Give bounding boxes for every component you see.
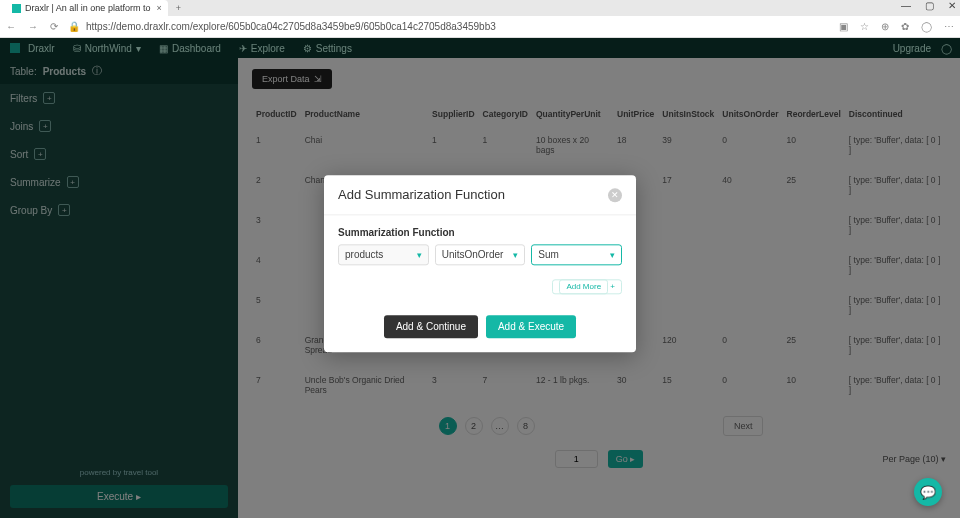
add-continue-button[interactable]: Add & Continue: [384, 315, 478, 338]
tab-title: Draxlr | An all in one platform to: [25, 3, 150, 13]
section-label: Summarization Function: [338, 227, 622, 238]
chevron-down-icon: ▾: [513, 250, 518, 260]
column-select[interactable]: UnitsOnOrder▾: [435, 244, 526, 265]
add-more-button[interactable]: Add More +: [552, 279, 622, 294]
reload-icon[interactable]: ⟳: [50, 21, 58, 32]
browser-addressbar: ← → ⟳ 🔒 https://demo.draxlr.com/explore/…: [0, 16, 960, 38]
new-tab-button[interactable]: +: [176, 3, 181, 13]
table-select[interactable]: products▾: [338, 244, 429, 265]
minimize-icon[interactable]: —: [901, 0, 911, 11]
chevron-down-icon: ▾: [417, 250, 422, 260]
modal-title: Add Summarization Function: [338, 187, 505, 202]
window-close-icon[interactable]: ✕: [948, 0, 956, 11]
forward-icon[interactable]: →: [28, 21, 38, 32]
favorite-icon[interactable]: ☆: [860, 21, 869, 32]
summarization-modal: Add Summarization Function ✕ Summarizati…: [324, 175, 636, 352]
function-select[interactable]: Sum▾: [531, 244, 622, 265]
url-text: https://demo.draxlr.com/explore/605b0ca0…: [86, 21, 496, 32]
maximize-icon[interactable]: ▢: [925, 0, 934, 11]
lock-icon: 🔒: [68, 21, 80, 32]
profile-icon[interactable]: ◯: [921, 21, 932, 32]
extensions-icon[interactable]: ✿: [901, 21, 909, 32]
app-icon[interactable]: ▣: [839, 21, 848, 32]
tab-favicon: [12, 4, 21, 13]
browser-titlebar: Draxlr | An all in one platform to × + —…: [0, 0, 960, 16]
browser-tab[interactable]: Draxlr | An all in one platform to ×: [0, 0, 168, 16]
close-icon[interactable]: ✕: [608, 188, 622, 202]
collections-icon[interactable]: ⊕: [881, 21, 889, 32]
chevron-down-icon: ▾: [610, 250, 615, 260]
back-icon[interactable]: ←: [6, 21, 16, 32]
url-field[interactable]: 🔒 https://demo.draxlr.com/explore/605b0c…: [68, 21, 829, 32]
close-icon[interactable]: ×: [156, 3, 161, 13]
add-execute-button[interactable]: Add & Execute: [486, 315, 576, 338]
menu-icon[interactable]: ⋯: [944, 21, 954, 32]
chat-fab[interactable]: 💬: [914, 478, 942, 506]
